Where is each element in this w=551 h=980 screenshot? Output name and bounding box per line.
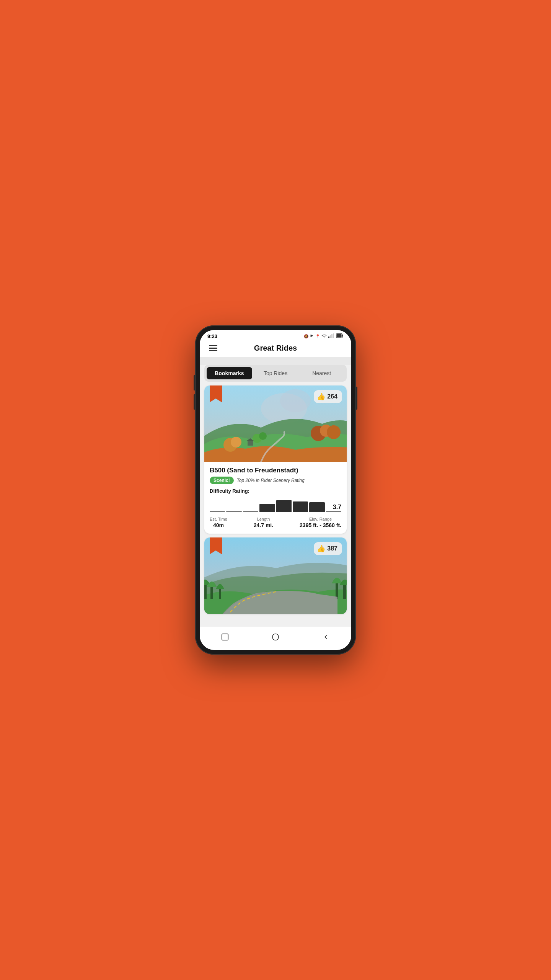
stat-label-length-1: Length <box>254 517 273 521</box>
bookmark-icon-2[interactable] <box>210 537 222 554</box>
phone-device: 9:23 🔕 📍 <box>195 325 356 655</box>
ride-card-1[interactable]: 👍 264 B500 (Sand to Freudenstadt) Scenic… <box>204 385 347 534</box>
ride-image-wrapper-2: 👍 387 <box>204 537 347 614</box>
svg-rect-1 <box>330 335 331 338</box>
diff-bar-3 <box>259 504 275 512</box>
diff-bar-5 <box>293 501 308 512</box>
tab-nearest[interactable]: Nearest <box>299 367 344 379</box>
difficulty-score-1: 3.7 <box>333 504 341 511</box>
ride-image-wrapper-1: 👍 264 <box>204 385 347 462</box>
diff-bar-7 <box>326 511 341 512</box>
status-time: 9:23 <box>207 333 217 339</box>
scenic-text-1: Top 20% in Rider Scenery Rating <box>237 478 305 483</box>
svg-rect-5 <box>337 334 341 337</box>
difficulty-chart-1: 3.7 <box>210 497 341 512</box>
stat-value-length-1: 24.7 mi. <box>254 522 273 528</box>
scenic-badge-1: Scenic! <box>210 477 234 484</box>
app-title: Great Rides <box>254 344 297 353</box>
tab-bookmarks[interactable]: Bookmarks <box>207 367 252 379</box>
diff-bar-1 <box>226 511 241 512</box>
like-badge-2[interactable]: 👍 387 <box>314 542 342 555</box>
svg-point-25 <box>272 634 279 640</box>
svg-point-13 <box>327 425 341 439</box>
status-bar: 9:23 🔕 📍 <box>200 330 351 341</box>
like-badge-1[interactable]: 👍 264 <box>314 390 342 403</box>
signal-icon <box>328 333 334 339</box>
svg-point-8 <box>280 389 311 412</box>
app-header: Great Rides <box>200 341 351 357</box>
svg-rect-16 <box>248 441 253 446</box>
map-background <box>200 357 351 365</box>
phone-screen: 9:23 🔕 📍 <box>200 330 351 650</box>
stat-value-time-1: 40m <box>210 522 227 528</box>
diff-bar-2 <box>243 511 258 512</box>
vol-up-button[interactable] <box>194 375 195 390</box>
bluetooth-icon <box>310 333 314 339</box>
nav-home-button[interactable] <box>265 630 286 645</box>
hamburger-line-3 <box>209 350 217 351</box>
svg-point-10 <box>231 437 241 448</box>
thumbs-up-icon-2: 👍 <box>317 544 325 553</box>
difficulty-label-1: Difficulty Rating: <box>210 488 341 494</box>
ride-card-body-1: B500 (Sand to Freudenstadt) Scenic! Top … <box>204 462 347 534</box>
bookmark-icon-1[interactable] <box>210 385 222 402</box>
menu-button[interactable] <box>207 344 219 353</box>
stat-est-time-1: Est. Time 40m <box>210 517 227 528</box>
thumbs-up-icon-1: 👍 <box>317 392 325 401</box>
diff-bar-6 <box>309 502 324 512</box>
nav-square-button[interactable] <box>215 630 235 645</box>
diff-bar-0 <box>210 511 225 512</box>
ride-card-2[interactable]: 👍 387 <box>204 537 347 614</box>
vol-down-button[interactable] <box>194 394 195 410</box>
scenic-row-1: Scenic! Top 20% in Rider Scenery Rating <box>210 477 341 484</box>
wifi-icon <box>321 334 327 339</box>
like-count-1: 264 <box>327 393 337 400</box>
svg-rect-24 <box>222 634 228 640</box>
battery-icon <box>336 333 344 339</box>
svg-rect-22 <box>336 583 338 599</box>
diff-bar-4 <box>276 500 292 512</box>
svg-rect-23 <box>343 585 346 599</box>
rides-list: 👍 264 B500 (Sand to Freudenstadt) Scenic… <box>200 382 351 627</box>
svg-rect-2 <box>331 334 333 338</box>
power-button[interactable] <box>356 387 357 410</box>
android-nav <box>200 627 351 650</box>
hamburger-line-1 <box>209 345 217 346</box>
stat-length-1: Length 24.7 mi. <box>254 517 273 528</box>
stat-value-elev-1: 2395 ft. - 3560 ft. <box>300 522 341 528</box>
nav-back-button[interactable] <box>316 630 336 645</box>
status-icons: 🔕 📍 <box>304 333 344 339</box>
stats-row-1: Est. Time 40m Length 24.7 mi. Elev. Rang… <box>210 517 341 528</box>
notification-icon: 🔕 <box>304 334 308 338</box>
svg-point-15 <box>259 432 267 440</box>
svg-rect-0 <box>328 336 329 338</box>
svg-rect-19 <box>204 585 207 599</box>
svg-rect-21 <box>219 589 221 599</box>
tab-bar: Bookmarks Top Rides Nearest <box>204 365 347 382</box>
tab-top-rides[interactable]: Top Rides <box>253 367 298 379</box>
stat-label-elev-1: Elev. Range <box>300 517 341 521</box>
stat-elev-1: Elev. Range 2395 ft. - 3560 ft. <box>300 517 341 528</box>
like-count-2: 387 <box>327 545 337 552</box>
location-icon: 📍 <box>315 334 320 338</box>
svg-rect-3 <box>333 333 334 338</box>
stat-label-time-1: Est. Time <box>210 517 227 521</box>
hamburger-line-2 <box>209 348 217 349</box>
ride-title-1: B500 (Sand to Freudenstadt) <box>210 467 341 474</box>
svg-rect-20 <box>210 587 213 599</box>
